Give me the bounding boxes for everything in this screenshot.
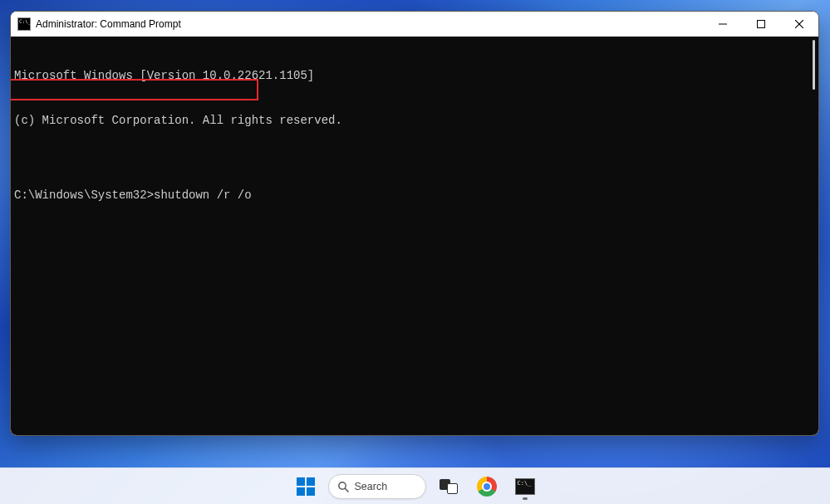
terminal-version-line: Microsoft Windows [Version 10.0.22621.11…	[14, 68, 815, 83]
svg-line-5	[345, 488, 348, 492]
chrome-taskbar-button[interactable]	[471, 472, 503, 501]
maximize-button[interactable]	[742, 12, 780, 37]
maximize-icon	[757, 20, 765, 28]
window-title: Administrator: Command Prompt	[36, 18, 181, 30]
command-prompt-taskbar-button[interactable]: C:\_	[509, 472, 541, 501]
command-prompt-window: Administrator: Command Prompt Microsoft …	[10, 11, 819, 436]
terminal-area[interactable]: Microsoft Windows [Version 10.0.22621.11…	[11, 37, 818, 435]
terminal-command: shutdown /r /o	[154, 188, 252, 202]
close-button[interactable]	[780, 12, 818, 37]
window-controls	[704, 12, 818, 37]
svg-rect-1	[758, 21, 765, 28]
task-view-icon	[440, 479, 458, 494]
command-prompt-icon	[17, 17, 31, 31]
search-icon	[337, 481, 349, 492]
taskbar-search[interactable]: Search	[328, 472, 426, 501]
desktop-wallpaper: Administrator: Command Prompt Microsoft …	[0, 0, 830, 504]
terminal-prompt-line: C:\Windows\System32>shutdown /r /o	[14, 188, 815, 203]
terminal-copyright-line: (c) Microsoft Corporation. All rights re…	[14, 113, 815, 128]
task-view-button[interactable]	[433, 472, 464, 501]
minimize-button[interactable]	[704, 12, 742, 37]
windows-logo-icon	[297, 477, 315, 496]
terminal-prompt: C:\Windows\System32>	[14, 188, 154, 202]
start-button[interactable]	[290, 472, 322, 501]
minimize-icon	[719, 20, 727, 28]
chrome-icon	[477, 477, 497, 497]
search-label: Search	[355, 481, 388, 492]
titlebar[interactable]: Administrator: Command Prompt	[11, 12, 818, 37]
close-icon	[795, 20, 803, 28]
command-prompt-taskbar-icon: C:\_	[515, 478, 535, 495]
taskbar: Search C:\_	[0, 467, 830, 504]
